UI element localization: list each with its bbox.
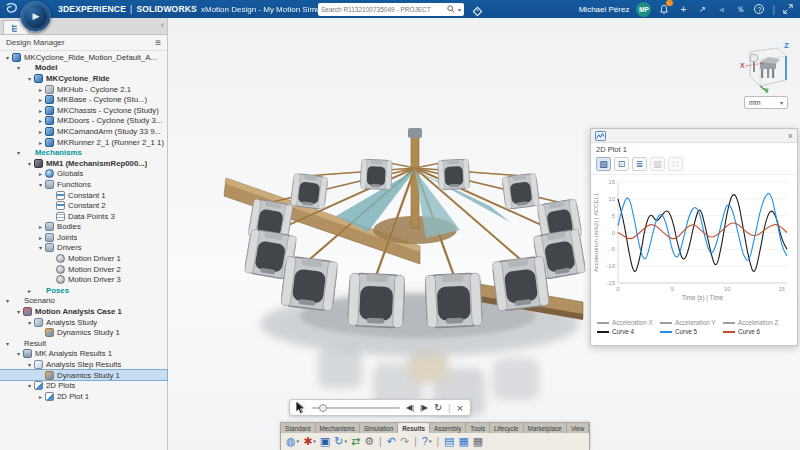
- tree-item[interactable]: ▸MKCamandArm (Study 33 9...: [0, 126, 167, 137]
- expand-closed-icon[interactable]: ▸: [36, 234, 45, 241]
- tree-item[interactable]: ▾Drivers: [0, 243, 167, 254]
- search-box[interactable]: ▾: [318, 3, 464, 16]
- tree-item[interactable]: ▾Analysis Step Results: [0, 359, 167, 370]
- plot-close-icon[interactable]: ×: [788, 131, 793, 141]
- tab-tools[interactable]: Tools: [466, 423, 490, 433]
- tab-marketplace[interactable]: Marketplace: [524, 423, 567, 433]
- tree-item[interactable]: ▾Result: [0, 338, 167, 349]
- tree-item[interactable]: ▸MKChassis - Cyclone (Study): [0, 105, 167, 116]
- plot-panel-header[interactable]: ×: [591, 129, 797, 143]
- step-back-button[interactable]: ◀|: [406, 404, 414, 412]
- expand-closed-icon[interactable]: ▸: [36, 393, 45, 400]
- tree-item[interactable]: Motion Driver 1: [0, 253, 167, 264]
- tree-item[interactable]: ▸Bodies: [0, 222, 167, 233]
- tree-item[interactable]: ▾MK Analysis Results 1: [0, 349, 167, 360]
- expand-open-icon[interactable]: ▾: [36, 244, 45, 251]
- plot-edit-button[interactable]: ▧: [596, 157, 611, 171]
- tab-lifecycle[interactable]: Lifecycle: [490, 423, 524, 433]
- help-icon[interactable]: ?: [753, 3, 765, 15]
- tree-item[interactable]: ▸MKDoors - Cyclone (Study 3...: [0, 116, 167, 127]
- expand-open-icon[interactable]: ▾: [3, 297, 12, 304]
- tools-icon[interactable]: ％: [734, 3, 746, 15]
- expand-closed-icon[interactable]: ▸: [36, 170, 45, 177]
- tree-item[interactable]: ▾Scenario: [0, 296, 167, 307]
- tree-item[interactable]: Motion Driver 2: [0, 264, 167, 275]
- caret-icon[interactable]: ▾: [344, 438, 347, 444]
- search-input[interactable]: [321, 6, 444, 13]
- expand-closed-icon[interactable]: ▸: [36, 128, 45, 135]
- tree-item[interactable]: Constant 2: [0, 200, 167, 211]
- expand-closed-icon[interactable]: ▸: [25, 287, 34, 294]
- 3dexperience-compass[interactable]: ▶: [20, 1, 51, 32]
- tree-item[interactable]: ▸MKHub - Cyclone 2.1: [0, 84, 167, 95]
- panel-menu-icon[interactable]: ≡: [155, 37, 161, 48]
- view-cube[interactable]: Z Y X: [738, 40, 792, 98]
- user-name[interactable]: Michael Pérez: [579, 5, 630, 14]
- tab-assembly[interactable]: Assembly: [430, 423, 466, 433]
- units-dropdown[interactable]: mm ▾: [744, 96, 788, 109]
- expand-open-icon[interactable]: ▾: [14, 308, 23, 315]
- help-button[interactable]: ?▾: [421, 434, 433, 448]
- expand-open-icon[interactable]: ▾: [3, 340, 12, 347]
- expand-closed-icon[interactable]: ▸: [36, 107, 45, 114]
- tree-item[interactable]: ▸MKRunner 2_1 (Runner 2_1 1): [0, 137, 167, 148]
- lifecycle-globe-button[interactable]: ◍▾: [285, 434, 300, 448]
- tree-item[interactable]: ▾Model: [0, 63, 167, 74]
- expand-open-icon[interactable]: ▾: [25, 75, 34, 82]
- step-forward-button[interactable]: |▶: [420, 404, 428, 412]
- tree-item[interactable]: ▾Functions: [0, 179, 167, 190]
- expand-open-icon[interactable]: ▾: [25, 361, 34, 368]
- tree-item[interactable]: ▸2D Plot 1: [0, 391, 167, 402]
- expand-open-icon[interactable]: ▾: [14, 64, 23, 71]
- tree-item[interactable]: ▸Poses: [0, 285, 167, 296]
- expand-closed-icon[interactable]: ▸: [36, 96, 45, 103]
- fit-view-button[interactable]: ⊡: [614, 157, 629, 171]
- tree-item[interactable]: ▸Joints: [0, 232, 167, 243]
- tree-item[interactable]: ▾MKCyclone_Ride_Motion_Default_A...: [0, 52, 167, 63]
- add-icon[interactable]: +: [677, 3, 689, 15]
- curve-list-button[interactable]: ≣: [632, 157, 647, 171]
- tab-mechanisms[interactable]: Mechanisms: [316, 423, 360, 433]
- tag-icon[interactable]: [472, 3, 483, 21]
- tree-item[interactable]: Motion Driver 3: [0, 274, 167, 285]
- redo-button[interactable]: ↷: [399, 434, 410, 448]
- tree-item[interactable]: ▾Mechanisms: [0, 147, 167, 158]
- tree-item[interactable]: ▾Analysis Study: [0, 317, 167, 328]
- legend-entry[interactable]: Curve 4: [597, 327, 660, 336]
- connect-icon[interactable]: ◃: [715, 3, 727, 15]
- share-icon[interactable]: ↗: [696, 3, 708, 15]
- expand-open-icon[interactable]: ▾: [14, 149, 23, 156]
- reload-button[interactable]: ↻▾: [333, 434, 348, 448]
- tree-item[interactable]: Data Points 3: [0, 211, 167, 222]
- loop-button[interactable]: ↻: [434, 403, 442, 413]
- tab-view[interactable]: View: [567, 423, 590, 433]
- caret-icon[interactable]: ▾: [297, 438, 300, 444]
- compass-play-icon[interactable]: ▶: [33, 12, 40, 21]
- tree-item[interactable]: Constant 1: [0, 190, 167, 201]
- legend-entry[interactable]: Curve 5: [660, 327, 723, 336]
- sidebar-collapse-icon[interactable]: ‹: [161, 20, 164, 30]
- settings-gear-button[interactable]: ⚙: [363, 434, 375, 448]
- expand-open-icon[interactable]: ▾: [3, 54, 12, 61]
- expand-open-icon[interactable]: ▾: [25, 382, 34, 389]
- update-button[interactable]: ⇄: [350, 434, 361, 448]
- undo-button[interactable]: ↶: [386, 434, 397, 448]
- tree-item[interactable]: ▾2D Plots: [0, 380, 167, 391]
- plot-window-button[interactable]: ▤: [443, 434, 455, 448]
- tree-item[interactable]: ▾MKCyclone_Ride: [0, 73, 167, 84]
- save-button[interactable]: ▣: [319, 434, 331, 448]
- notifications-bell-icon[interactable]: [658, 3, 670, 15]
- search-options-caret-icon[interactable]: ▾: [458, 6, 461, 13]
- timeline-slider[interactable]: [312, 407, 400, 409]
- playbar-close-button[interactable]: ×: [457, 402, 463, 414]
- user-avatar[interactable]: MP: [636, 2, 651, 17]
- tree-item[interactable]: ▸MKBase - Cyclone (Stu...): [0, 94, 167, 105]
- export-table-button[interactable]: ▦: [457, 434, 469, 448]
- collapse-window-icon[interactable]: [782, 3, 794, 15]
- caret-icon[interactable]: ▾: [313, 438, 316, 444]
- tree-item[interactable]: ▸Globals: [0, 169, 167, 180]
- legend-entry[interactable]: Acceleration Y: [660, 318, 723, 327]
- plot-chart[interactable]: -15-10-5051015051015Time (s) | TimeAccel…: [591, 175, 795, 313]
- expand-open-icon[interactable]: ▾: [25, 319, 34, 326]
- tab-standard[interactable]: Standard: [281, 423, 316, 433]
